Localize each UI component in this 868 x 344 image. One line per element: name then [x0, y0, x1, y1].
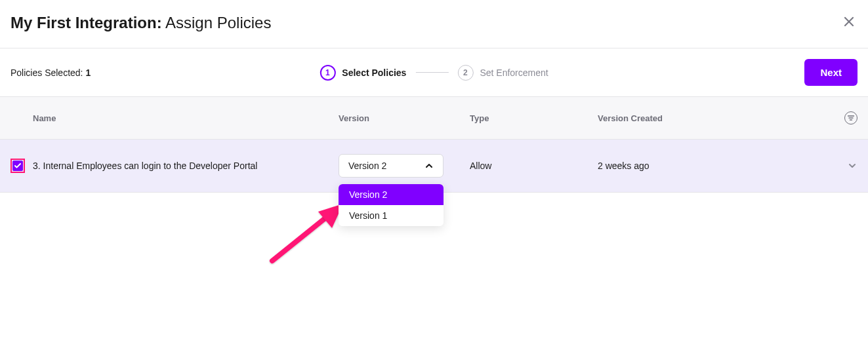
row-expand-cell	[831, 161, 858, 171]
dialog-header: My First Integration: Assign Policies	[0, 0, 868, 48]
step-1[interactable]: 1 Select Policies	[320, 65, 406, 81]
step-1-circle: 1	[320, 65, 335, 81]
step-2[interactable]: 2 Set Enforcement	[457, 65, 548, 81]
row-checkbox[interactable]	[10, 159, 25, 173]
chevron-down-icon[interactable]	[847, 161, 858, 171]
col-version-header[interactable]: Version	[339, 113, 470, 123]
filter-button[interactable]	[844, 111, 858, 124]
version-option-1[interactable]: Version 2	[339, 184, 444, 205]
row-name: 3. Internal Employees can login to the D…	[33, 161, 339, 171]
step-1-label: Select Policies	[342, 67, 406, 78]
wizard-stepper: 1 Select Policies 2 Set Enforcement	[320, 65, 548, 81]
version-dropdown: Version 2 Version 1	[339, 184, 444, 226]
version-option-2[interactable]: Version 1	[339, 205, 444, 226]
close-icon	[843, 16, 855, 28]
dialog-title: My First Integration: Assign Policies	[10, 14, 271, 32]
title-suffix: Assign Policies	[162, 14, 272, 31]
selected-label: Policies Selected:	[10, 67, 85, 78]
row-created: 2 weeks ago	[598, 161, 831, 171]
title-prefix: My First Integration:	[10, 14, 162, 31]
filter-icon	[848, 115, 854, 121]
col-created-header[interactable]: Version Created	[598, 113, 831, 123]
selected-count: 1	[85, 67, 91, 78]
annotation-arrow	[259, 195, 351, 267]
col-type-header[interactable]: Type	[470, 113, 598, 123]
toolbar: Policies Selected: 1 1 Select Policies 2…	[0, 48, 868, 97]
step-2-circle: 2	[457, 65, 473, 81]
checkbox-checked-icon	[12, 161, 23, 171]
chevron-up-icon	[424, 161, 434, 170]
table-header: Name Version Type Version Created	[0, 97, 868, 140]
row-version-cell: Version 2 Version 2 Version 1	[339, 154, 470, 178]
next-button[interactable]: Next	[804, 59, 858, 86]
col-name-header[interactable]: Name	[33, 113, 339, 123]
col-action-header	[831, 111, 858, 124]
table-row[interactable]: 3. Internal Employees can login to the D…	[0, 140, 868, 193]
svg-line-5	[272, 212, 333, 261]
step-connector	[415, 72, 448, 73]
row-checkbox-cell	[10, 159, 33, 173]
close-button[interactable]	[840, 13, 858, 32]
step-2-label: Set Enforcement	[480, 67, 548, 78]
version-select[interactable]: Version 2 Version 2 Version 1	[339, 154, 444, 178]
version-select-trigger[interactable]: Version 2	[339, 154, 444, 178]
version-selected-value: Version 2	[348, 161, 386, 171]
selected-count-text: Policies Selected: 1	[10, 67, 91, 78]
row-type: Allow	[470, 161, 598, 171]
